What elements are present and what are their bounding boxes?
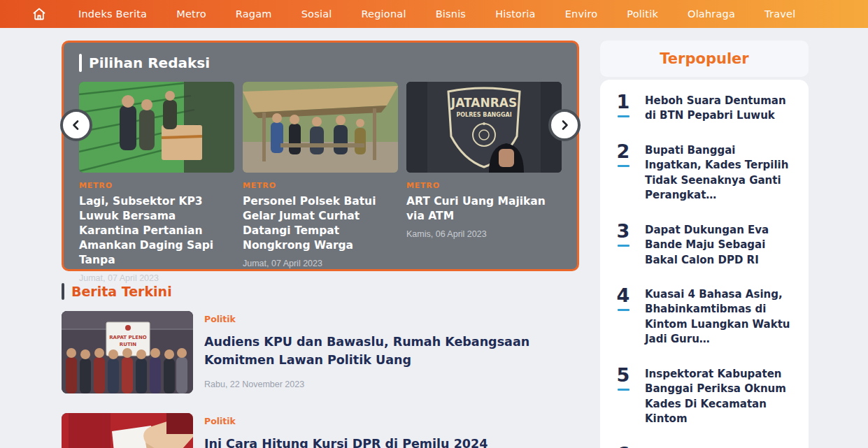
carousel-card-3-image: JATANRAS POLRES BANGGAI xyxy=(406,82,562,173)
home-icon xyxy=(32,7,46,21)
carousel-card-3-date: Kamis, 06 April 2023 xyxy=(406,229,562,239)
news-item-2-category[interactable]: Politik xyxy=(204,416,488,426)
carousel-card-2-image xyxy=(243,82,398,173)
badge-text-line1: JATANRAS xyxy=(450,96,517,110)
rank-number: 6 xyxy=(614,445,632,448)
news-item-1-category[interactable]: Politik xyxy=(204,314,568,324)
carousel-card-1-category: METRO xyxy=(79,181,234,190)
popular-header: Terpopuler xyxy=(600,41,809,77)
popular-item-6[interactable]: 6 Tajam Memahami Satu Juta Satu Pekarang… xyxy=(614,445,795,448)
editors-pick-carousel: Pilihan Redaksi xyxy=(62,41,579,271)
latest-news-header: Berita Terkini xyxy=(62,283,579,300)
rank-underline xyxy=(618,389,629,391)
nav-item-bisnis[interactable]: Bisnis xyxy=(426,8,476,20)
news-item-1[interactable]: RAPAT PLENO RUTIN Politik Audiens KPU da… xyxy=(62,311,579,393)
banner-text-line2: RUTIN xyxy=(120,342,136,347)
popular-item-1-title[interactable]: Heboh Suara Dentuman di BTN Pepabri Luwu… xyxy=(645,92,795,124)
popular-item-3-rank: 3 xyxy=(614,222,632,268)
popular-item-1[interactable]: 1 Heboh Suara Dentuman di BTN Pepabri Lu… xyxy=(614,92,795,124)
news-item-1-body: Politik Audiens KPU dan Bawaslu, Rumah K… xyxy=(204,311,568,393)
popular-item-6-rank: 6 xyxy=(614,445,632,448)
carousel-card-1-date: Jumat, 07 April 2023 xyxy=(79,273,234,283)
nav-item-enviro[interactable]: Enviro xyxy=(555,8,608,20)
banner-text-line1: RAPAT PLENO xyxy=(109,335,147,340)
carousel-card-2-date: Jumat, 07 April 2023 xyxy=(243,259,398,268)
carousel-track: METRO Lagi, Subsektor KP3 Luwuk Bersama … xyxy=(79,82,562,283)
news-item-2[interactable]: Politik Ini Cara Hitung Kursi DPR di Pem… xyxy=(62,413,579,448)
rank-underline xyxy=(618,165,629,167)
popular-title: Terpopuler xyxy=(660,50,748,67)
popular-item-6-title[interactable]: Tajam Memahami Satu Juta Satu Pekarangan xyxy=(645,445,795,448)
carousel-next-button[interactable] xyxy=(548,109,581,141)
nav-item-sosial[interactable]: Sosial xyxy=(292,8,342,20)
rank-number: 3 xyxy=(614,222,632,240)
popular-sidebar: Terpopuler 1 Heboh Suara Dentuman di BTN… xyxy=(600,41,809,448)
nav-item-ragam[interactable]: Ragam xyxy=(226,8,282,20)
rank-underline xyxy=(618,245,629,247)
carousel-card-2[interactable]: METRO Personel Polsek Batui Gelar Jumat … xyxy=(243,82,398,283)
news-item-2-body: Politik Ini Cara Hitung Kursi DPR di Pem… xyxy=(204,413,488,448)
home-button[interactable] xyxy=(32,7,46,21)
carousel-card-1[interactable]: METRO Lagi, Subsektor KP3 Luwuk Bersama … xyxy=(79,82,234,283)
popular-item-4-rank: 4 xyxy=(614,286,632,347)
nav-item-travel[interactable]: Travel xyxy=(755,8,805,20)
carousel-card-1-title[interactable]: Lagi, Subsektor KP3 Luwuk Bersama Karant… xyxy=(79,194,234,268)
main-content: Pilihan Redaksi xyxy=(0,28,868,448)
news-item-1-date: Rabu, 22 November 2023 xyxy=(204,380,568,389)
chevron-left-icon xyxy=(71,120,82,131)
popular-item-5[interactable]: 5 Inspektorat Kabupaten Banggai Periksa … xyxy=(614,366,795,427)
latest-news-title: Berita Terkini xyxy=(71,284,172,299)
rank-underline xyxy=(618,309,629,311)
header-accent-bar xyxy=(62,283,64,300)
nav-item-politik[interactable]: Politik xyxy=(617,8,668,20)
left-column: Pilihan Redaksi xyxy=(62,41,579,448)
nav-item-historia[interactable]: Historia xyxy=(485,8,546,20)
chevron-right-icon xyxy=(559,120,570,131)
rank-number: 2 xyxy=(614,142,632,161)
news-item-2-title[interactable]: Ini Cara Hitung Kursi DPR di Pemilu 2024 xyxy=(204,435,488,448)
nav-item-indeks-berita[interactable]: Indeks Berita xyxy=(69,8,157,20)
carousel-prev-button[interactable] xyxy=(60,109,92,141)
rank-underline xyxy=(618,115,629,117)
carousel-card-2-category: METRO xyxy=(243,181,398,190)
carousel-card-3-category: METRO xyxy=(406,181,562,190)
top-navigation: Indeks Berita Metro Ragam Sosial Regiona… xyxy=(0,0,868,28)
popular-item-3[interactable]: 3 Dapat Dukungan Eva Bande Maju Sebagai … xyxy=(614,222,795,268)
popular-item-1-rank: 1 xyxy=(614,92,632,124)
editors-pick-title: Pilihan Redaksi xyxy=(89,55,210,71)
nav-item-olahraga[interactable]: Olahraga xyxy=(678,8,745,20)
carousel-card-3-title[interactable]: ART Curi Uang Majikan via ATM xyxy=(406,194,562,224)
news-item-1-thumbnail: RAPAT PLENO RUTIN xyxy=(62,311,193,393)
nav-item-regional[interactable]: Regional xyxy=(351,8,415,20)
popular-item-5-title[interactable]: Inspektorat Kabupaten Banggai Periksa Ok… xyxy=(645,366,795,427)
carousel-card-3[interactable]: JATANRAS POLRES BANGGAI METRO ART Curi U… xyxy=(406,82,562,283)
badge-text-line2: POLRES BANGGAI xyxy=(456,112,511,118)
news-item-1-title[interactable]: Audiens KPU dan Bawaslu, Rumah Kebangsaa… xyxy=(204,333,568,370)
popular-item-2[interactable]: 2 Bupati Banggai Ingatkan, Kades Terpili… xyxy=(614,142,795,203)
popular-list: 1 Heboh Suara Dentuman di BTN Pepabri Lu… xyxy=(600,80,809,448)
popular-item-4-title[interactable]: Kuasai 4 Bahasa Asing, Bhabinkamtibmas d… xyxy=(645,286,795,347)
header-accent-bar xyxy=(79,54,82,72)
nav-item-metro[interactable]: Metro xyxy=(166,8,216,20)
carousel-card-2-title[interactable]: Personel Polsek Batui Gelar Jumat Curhat… xyxy=(243,194,398,253)
carousel-card-1-image xyxy=(79,82,234,173)
rank-number: 1 xyxy=(614,92,632,111)
popular-item-3-title[interactable]: Dapat Dukungan Eva Bande Maju Sebagai Ba… xyxy=(645,222,795,268)
rank-number: 4 xyxy=(614,286,632,305)
popular-item-2-rank: 2 xyxy=(614,142,632,203)
editors-pick-header: Pilihan Redaksi xyxy=(79,54,562,72)
rank-number: 5 xyxy=(614,366,632,384)
popular-item-2-title[interactable]: Bupati Banggai Ingatkan, Kades Terpilih … xyxy=(645,142,795,203)
popular-item-4[interactable]: 4 Kuasai 4 Bahasa Asing, Bhabinkamtibmas… xyxy=(614,286,795,347)
popular-item-5-rank: 5 xyxy=(614,366,632,427)
news-item-2-thumbnail xyxy=(62,413,193,448)
